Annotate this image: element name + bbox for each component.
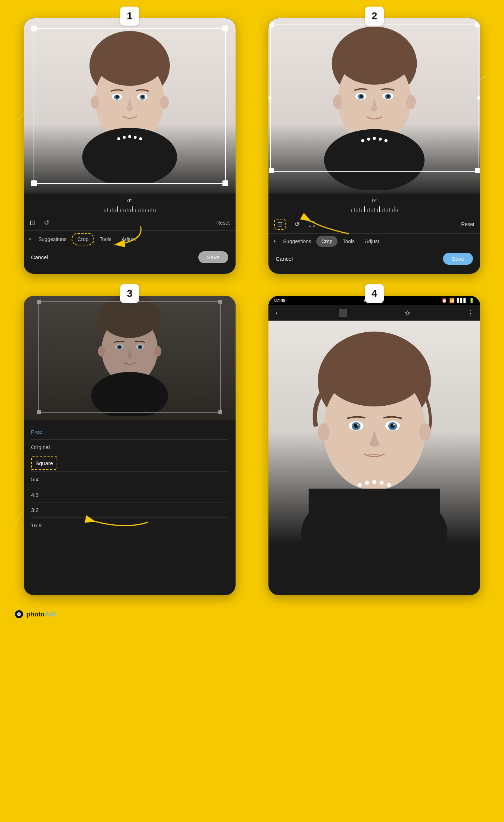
step-1-ticks [30, 205, 230, 212]
step-2-degrees: 0° [274, 198, 474, 203]
status-icons: ⏰ 📶 ▋▋▋ 🔋 [442, 298, 474, 303]
svg-point-55 [323, 337, 425, 406]
tab-tools-2[interactable]: Tools [337, 236, 360, 247]
save-button-1[interactable]: Save [198, 251, 228, 263]
crop-corner-3-br [218, 410, 222, 414]
tick [366, 209, 367, 212]
aspect-ratio-icon-highlighted[interactable]: ⊡ [274, 219, 286, 230]
tick [138, 209, 139, 212]
crop-option-original[interactable]: Original [31, 441, 228, 453]
tick [110, 209, 111, 212]
mid-left-2 [268, 96, 272, 100]
svg-point-68 [358, 483, 362, 487]
tick [389, 208, 390, 212]
step-3-crop-list: Free Original Square 5:4 4:3 3:2 16:9 [24, 420, 236, 537]
crop-option-43[interactable]: 4:3 [31, 489, 228, 501]
divider-4 [31, 487, 228, 487]
tick [377, 209, 378, 212]
tick [125, 209, 126, 212]
step-1-degrees: 0° [30, 198, 230, 203]
tick [127, 208, 127, 212]
cancel-button-2[interactable]: Cancel [276, 256, 293, 262]
tick [134, 209, 134, 212]
svg-point-65 [419, 423, 431, 441]
tick [396, 209, 396, 212]
tick [148, 209, 149, 212]
tab-suggestions-1[interactable]: Suggestions [33, 234, 72, 245]
back-icon[interactable]: ← [274, 308, 282, 318]
crop-option-free[interactable]: Free [31, 426, 228, 438]
tab-adjust-2[interactable]: Adjust [360, 236, 384, 247]
tick-center [132, 206, 133, 212]
status-time: 07:48 [274, 298, 286, 303]
cast-icon[interactable]: ⬛ [339, 309, 348, 317]
tab-crop-2[interactable]: Crop [316, 236, 337, 247]
tick [107, 208, 108, 212]
tick [140, 209, 141, 212]
tick [387, 209, 388, 212]
logo-text: photoAiD [26, 611, 56, 618]
tick [155, 209, 156, 212]
reset-button-2[interactable]: Reset [461, 221, 474, 227]
tab-adjust-1[interactable]: Adjust [117, 234, 141, 245]
reset-button-1[interactable]: Reset [216, 220, 230, 226]
tab-crop-1[interactable]: Crop [72, 233, 94, 245]
tick [361, 209, 362, 212]
svg-point-71 [380, 481, 384, 485]
svg-point-75 [18, 613, 20, 615]
tick [115, 209, 116, 212]
crop-option-54[interactable]: 5:4 [31, 473, 228, 485]
rotate-icon-2[interactable]: ↺ [294, 220, 300, 228]
step-4-browser-bar: ← ⬛ ☆ ⋮ [268, 305, 480, 321]
menu-icon[interactable]: ⋮ [467, 309, 474, 317]
tick [386, 209, 386, 212]
step-3-photo-area [24, 296, 236, 420]
tick [112, 208, 113, 212]
tick [392, 209, 393, 212]
step-1-badge: 1 [120, 7, 139, 26]
step-2-ticks [274, 205, 474, 212]
expand-icon-2[interactable]: ⛶ [309, 221, 315, 228]
tick [394, 206, 395, 212]
tab-tools-1[interactable]: Tools [94, 234, 117, 245]
tick [358, 209, 358, 212]
suggestions-plus-2: ✦ [273, 239, 276, 244]
tick [351, 209, 352, 212]
crop-option-square-wrapper: Square [31, 456, 57, 470]
tick [123, 209, 124, 212]
tick [369, 208, 370, 212]
crop-option-square[interactable]: Square [31, 456, 57, 470]
aspect-ratio-icon[interactable]: ⊡ [30, 219, 35, 227]
tick [129, 209, 129, 212]
tick [364, 206, 365, 212]
rotate-icon[interactable]: ↺ [44, 219, 49, 227]
step-1-phone: 0° [24, 18, 236, 274]
svg-point-62 [357, 424, 359, 426]
divider-6 [31, 517, 228, 518]
tick [153, 209, 154, 212]
tick [109, 209, 110, 212]
tick [130, 209, 131, 212]
crop-option-32[interactable]: 3:2 [31, 504, 228, 516]
tick [354, 208, 355, 212]
tick [119, 209, 119, 212]
crop-option-169[interactable]: 16:9 [31, 519, 228, 531]
cancel-button-1[interactable]: Cancel [31, 254, 48, 260]
tick [145, 209, 146, 212]
crop-overlay-1 [31, 26, 228, 186]
corner-tl-2 [269, 22, 274, 27]
tab-suggestions-2[interactable]: Suggestions [278, 236, 316, 247]
step-2-wrapper: 2 [259, 15, 489, 274]
svg-point-70 [373, 480, 377, 484]
save-button-2[interactable]: Save [443, 253, 473, 265]
tick [381, 209, 382, 212]
crop-corner-3-bl [37, 410, 41, 414]
tick [144, 209, 144, 212]
tick [376, 209, 377, 212]
toolbar-inner-2: ⊡ ↺ ⛶ Reset [274, 219, 474, 230]
crop-corner-3-tr [218, 300, 222, 304]
tick [356, 209, 357, 212]
star-icon[interactable]: ☆ [404, 309, 411, 317]
tick [367, 209, 368, 212]
step-4-portrait [287, 324, 462, 565]
